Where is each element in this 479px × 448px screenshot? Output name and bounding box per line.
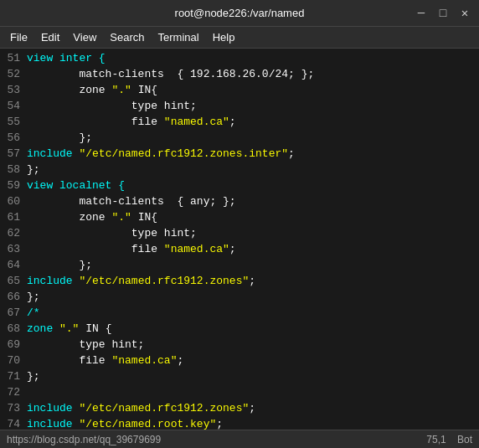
line-content: }; xyxy=(27,289,40,305)
code-line: 52 match-clients { 192.168.26.0/24; }; xyxy=(0,66,479,82)
menu-bar: FileEditViewSearchTerminalHelp xyxy=(0,27,479,49)
code-line: 55 file "named.ca"; xyxy=(0,114,479,130)
menu-item-terminal[interactable]: Terminal xyxy=(152,29,206,45)
line-number: 63 xyxy=(0,241,27,257)
close-button[interactable]: ✕ xyxy=(457,6,472,21)
line-number: 65 xyxy=(0,273,27,289)
code-line: 57include "/etc/named.rfc1912.zones.inte… xyxy=(0,146,479,162)
line-number: 62 xyxy=(0,225,27,241)
line-number: 60 xyxy=(0,193,27,209)
line-number: 64 xyxy=(0,257,27,273)
line-number: 55 xyxy=(0,114,27,130)
line-content: include "/etc/named.rfc1912.zones"; xyxy=(27,400,255,416)
line-number: 61 xyxy=(0,209,27,225)
code-line: 56 }; xyxy=(0,130,479,146)
maximize-button[interactable]: □ xyxy=(435,6,451,21)
code-line: 62 type hint; xyxy=(0,225,479,241)
code-line: 65include "/etc/named.rfc1912.zones"; xyxy=(0,273,479,289)
code-line: 67/* xyxy=(0,305,479,321)
line-content: include "/etc/named.root.key"; xyxy=(27,416,223,430)
line-number: 56 xyxy=(0,130,27,146)
code-line: 71}; xyxy=(0,368,479,384)
code-line: 72 xyxy=(0,384,479,400)
code-line: 63 file "named.ca"; xyxy=(0,241,479,257)
menu-item-help[interactable]: Help xyxy=(206,29,242,45)
menu-item-view[interactable]: View xyxy=(66,29,103,45)
code-line: 61 zone "." IN{ xyxy=(0,209,479,225)
window-title: root@node226:/var/named xyxy=(175,7,305,19)
code-line: 68zone "." IN { xyxy=(0,321,479,337)
code-line: 54 type hint; xyxy=(0,98,479,114)
line-content: type hint; xyxy=(27,98,197,114)
line-number: 70 xyxy=(0,353,27,368)
code-line: 64 }; xyxy=(0,257,479,273)
line-content: type hint; xyxy=(27,225,197,241)
line-number: 51 xyxy=(0,50,27,66)
line-content: }; xyxy=(27,257,92,273)
code-line: 69 type hint; xyxy=(0,337,479,353)
menu-item-search[interactable]: Search xyxy=(103,29,151,45)
line-number: 69 xyxy=(0,337,27,353)
menu-item-edit[interactable]: Edit xyxy=(34,29,66,45)
line-content: zone "." IN{ xyxy=(27,82,157,98)
code-line: 60 match-clients { any; }; xyxy=(0,193,479,209)
line-content: include "/etc/named.rfc1912.zones.inter"… xyxy=(27,146,295,162)
line-content: match-clients { any; }; xyxy=(27,193,236,209)
line-number: 58 xyxy=(0,162,27,178)
line-content: include "/etc/named.rfc1912.zones"; xyxy=(27,273,255,289)
line-number: 67 xyxy=(0,305,27,321)
line-number: 73 xyxy=(0,400,27,416)
minimize-button[interactable]: ─ xyxy=(414,6,429,21)
code-line: 74include "/etc/named.root.key"; xyxy=(0,416,479,430)
status-bar: https://blog.csdp.net/qq_39679699 75,1 B… xyxy=(0,430,479,448)
line-content: zone "." IN { xyxy=(27,321,111,337)
code-line: 58}; xyxy=(0,162,479,178)
title-bar: root@node226:/var/named ─ □ ✕ xyxy=(0,0,479,27)
line-number: 72 xyxy=(0,384,27,400)
editor-area: 51view inter {52 match-clients { 192.168… xyxy=(0,49,479,430)
line-number: 53 xyxy=(0,82,27,98)
line-content: }; xyxy=(27,162,40,178)
line-number: 71 xyxy=(0,368,27,384)
status-bot: Bot xyxy=(457,434,472,445)
line-content: file "named.ca"; xyxy=(27,353,183,368)
code-line: 73include "/etc/named.rfc1912.zones"; xyxy=(0,400,479,416)
line-content: type hint; xyxy=(27,337,144,353)
menu-item-file[interactable]: File xyxy=(3,29,34,45)
code-line: 66}; xyxy=(0,289,479,305)
line-number: 68 xyxy=(0,321,27,337)
line-content: file "named.ca"; xyxy=(27,114,236,130)
line-content: zone "." IN{ xyxy=(27,209,157,225)
status-right: 75,1 Bot xyxy=(426,434,472,445)
status-position: 75,1 xyxy=(426,434,446,445)
line-content: view localnet { xyxy=(27,178,125,193)
code-line: 70 file "named.ca"; xyxy=(0,353,479,368)
line-number: 52 xyxy=(0,66,27,82)
line-content: match-clients { 192.168.26.0/24; }; xyxy=(27,66,314,82)
line-number: 54 xyxy=(0,98,27,114)
code-line: 59view localnet { xyxy=(0,178,479,193)
line-content: }; xyxy=(27,368,40,384)
line-number: 59 xyxy=(0,178,27,193)
line-content: }; xyxy=(27,130,92,146)
code-line: 51view inter { xyxy=(0,50,479,66)
line-number: 66 xyxy=(0,289,27,305)
line-content: file "named.ca"; xyxy=(27,241,236,257)
status-url: https://blog.csdp.net/qq_39679699 xyxy=(7,434,161,445)
code-line: 53 zone "." IN{ xyxy=(0,82,479,98)
line-content: view inter { xyxy=(27,50,106,66)
line-content: /* xyxy=(27,305,40,321)
line-number: 74 xyxy=(0,416,27,430)
line-number: 57 xyxy=(0,146,27,162)
